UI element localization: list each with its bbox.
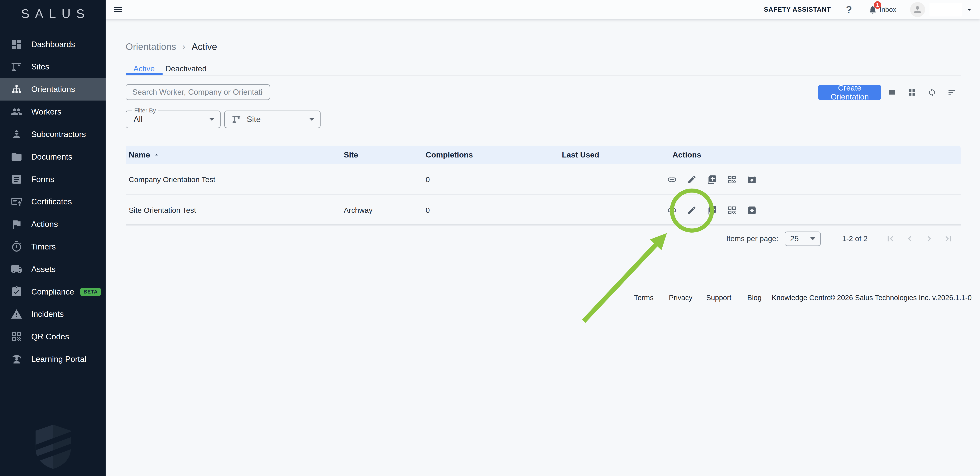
breadcrumb-orientations[interactable]: Orientations [126, 41, 176, 52]
safety-assistant-link[interactable]: SAFETY ASSISTANT [764, 6, 831, 13]
sidebar-item-label: Incidents [31, 309, 64, 319]
archive-icon[interactable] [747, 175, 757, 185]
sort-asc-icon [153, 151, 160, 158]
top-bar: SAFETY ASSISTANT ? 1 Inbox [106, 0, 980, 19]
user-menu-caret-icon[interactable] [965, 5, 974, 14]
site-filter-select[interactable]: Site [224, 111, 321, 128]
search-input[interactable] [126, 84, 270, 100]
avatar[interactable] [910, 2, 925, 17]
link-icon[interactable] [667, 175, 677, 185]
footer-link-blog[interactable]: Blog [747, 294, 762, 302]
filter-by-select[interactable]: Filter By All [126, 111, 221, 128]
create-orientation-button[interactable]: Create Orientation [818, 85, 881, 100]
pagination: Items per page: 25 1-2 of 2 [726, 230, 954, 248]
table-row-company-orientation-test: Company Orientation Test0 [126, 164, 961, 195]
refresh-icon[interactable] [928, 88, 936, 97]
footer-link-support[interactable]: Support [706, 294, 732, 302]
table-body: Company Orientation Test0Site Orientatio… [126, 164, 961, 226]
sidebar: SALUS DashboardsSitesOrientationsWorkers… [0, 0, 106, 476]
prev-page-icon[interactable] [904, 233, 915, 244]
last-page-icon[interactable] [943, 233, 954, 244]
chevron-down-icon [810, 237, 816, 240]
sidebar-item-documents[interactable]: Documents [0, 146, 106, 168]
sidebar-item-label: Dashboards [31, 40, 75, 49]
filter-by-label: Filter By [132, 107, 158, 114]
row-actions [667, 195, 757, 225]
filter-by-value: All [134, 115, 143, 124]
view-toolbar [888, 85, 956, 100]
sidebar-item-label: Workers [31, 107, 61, 116]
sidebar-item-forms[interactable]: Forms [0, 168, 106, 190]
truck-icon [11, 263, 22, 275]
sidebar-item-label: Documents [31, 152, 72, 162]
qr-code-icon[interactable] [727, 205, 737, 215]
duplicate-icon[interactable] [707, 175, 717, 185]
inbox-badge: 1 [874, 1, 881, 9]
timer-icon [11, 241, 22, 252]
salus-orientations-page: { "topbar": { "safety_assistant": "SAFET… [0, 0, 980, 476]
next-page-icon[interactable] [924, 233, 934, 244]
sidebar-item-timers[interactable]: Timers [0, 235, 106, 258]
site-filter-value: Site [247, 115, 261, 124]
edit-icon[interactable] [687, 205, 697, 215]
sidebar-item-sites[interactable]: Sites [0, 56, 106, 78]
grid-view-icon[interactable] [908, 88, 916, 97]
footer-version: v.2026.1.1-0 [932, 294, 972, 302]
chevron-down-icon [209, 118, 215, 121]
column-header-last-used[interactable]: Last Used [562, 146, 599, 164]
page-size-select[interactable]: 25 [785, 232, 821, 246]
edit-icon[interactable] [687, 175, 697, 185]
pagination-nav [885, 233, 954, 244]
sidebar-item-compliance[interactable]: ComplianceBETA [0, 281, 106, 303]
column-header-completions[interactable]: Completions [426, 146, 473, 164]
tab-deactivated[interactable]: Deactivated [166, 63, 206, 75]
row-actions [667, 164, 757, 195]
folder-icon [11, 151, 22, 163]
sidebar-item-assets[interactable]: Assets [0, 258, 106, 281]
sidebar-item-incidents[interactable]: Incidents [0, 303, 106, 325]
help-icon[interactable]: ? [846, 4, 852, 16]
column-header-site[interactable]: Site [344, 146, 358, 164]
duplicate-icon[interactable] [707, 205, 717, 215]
sort-icon[interactable] [947, 88, 956, 97]
sidebar-item-label: Actions [31, 220, 58, 229]
first-page-icon[interactable] [885, 233, 896, 244]
column-view-icon[interactable] [888, 88, 896, 97]
sidebar-item-orientations[interactable]: Orientations [0, 78, 106, 100]
beta-badge: BETA [80, 288, 101, 296]
inbox-button[interactable]: 1 Inbox [868, 5, 896, 14]
qr-code-icon[interactable] [727, 175, 737, 185]
sidebar-item-learning-portal[interactable]: Learning Portal [0, 348, 106, 370]
salus-shield-watermark [30, 424, 76, 470]
sidebar-item-label: QR Codes [31, 332, 69, 341]
sidebar-nav: DashboardsSitesOrientationsWorkersSubcon… [0, 33, 106, 370]
footer-link-terms[interactable]: Terms [634, 294, 654, 302]
cell-completions: 0 [426, 164, 430, 195]
items-per-page-label: Items per page: [726, 234, 778, 243]
sidebar-item-label: Assets [31, 265, 56, 274]
menu-icon[interactable] [113, 5, 123, 14]
page-size-value: 25 [790, 234, 799, 243]
column-header-actions[interactable]: Actions [673, 146, 701, 164]
sidebar-item-label: Subcontractors [31, 130, 86, 139]
sidebar-item-workers[interactable]: Workers [0, 100, 106, 123]
footer-copyright: © 2026 Salus Technologies Inc. [830, 294, 930, 302]
chevron-down-icon [309, 118, 315, 121]
footer-link-knowledge-centre[interactable]: Knowledge Centre [772, 294, 831, 302]
sidebar-item-label: Learning Portal [31, 355, 86, 364]
footer-link-privacy[interactable]: Privacy [669, 294, 692, 302]
sidebar-item-subcontractors[interactable]: Subcontractors [0, 123, 106, 146]
breadcrumb-separator: › [182, 42, 185, 52]
sidebar-item-label: Timers [31, 242, 56, 251]
crane-icon [232, 114, 242, 124]
sidebar-item-actions[interactable]: Actions [0, 213, 106, 235]
worker-icon [11, 128, 22, 140]
sidebar-item-certificates[interactable]: Certificates [0, 190, 106, 213]
sidebar-item-dashboards[interactable]: Dashboards [0, 33, 106, 56]
column-header-name[interactable]: Name [129, 146, 160, 164]
link-icon[interactable] [667, 205, 677, 215]
archive-icon[interactable] [747, 205, 757, 215]
qr-code-icon [11, 331, 22, 343]
sidebar-item-qr-codes[interactable]: QR Codes [0, 325, 106, 348]
cell-completions: 0 [426, 195, 430, 225]
